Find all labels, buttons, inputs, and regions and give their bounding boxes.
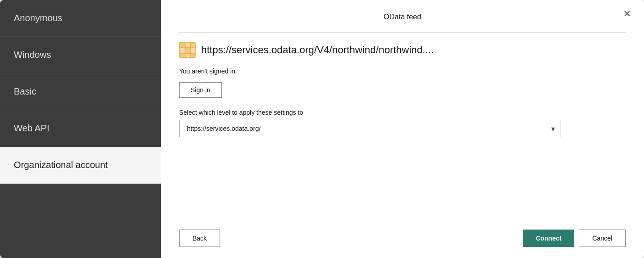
connect-button[interactable]: Connect [523, 230, 574, 247]
footer: Back Connect Cancel [179, 230, 626, 247]
odata-feed-dialog: Anonymous Windows Basic Web API Organiza… [0, 0, 644, 258]
sidebar-item-label: Basic [14, 86, 36, 96]
svg-rect-11 [191, 48, 195, 53]
sidebar-item-anonymous[interactable]: Anonymous [0, 0, 161, 37]
odata-table-icon [179, 42, 196, 58]
sidebar-item-basic[interactable]: Basic [0, 73, 161, 110]
sidebar-item-label: Web API [14, 123, 49, 133]
sidebar-item-windows[interactable]: Windows [0, 37, 161, 73]
cancel-button[interactable]: Cancel [579, 230, 626, 247]
url-row: https://services.odata.org/V4/northwind/… [179, 42, 626, 58]
svg-rect-6 [180, 43, 185, 47]
main-content: OData feed ✕ [161, 0, 644, 258]
sidebar-item-label: Anonymous [14, 13, 62, 23]
level-select[interactable]: https://services.odata.org/ https://serv… [179, 120, 560, 137]
sidebar: Anonymous Windows Basic Web API Organiza… [0, 0, 161, 258]
svg-rect-12 [180, 54, 185, 57]
footer-left: Back [179, 230, 220, 247]
footer-right: Connect Cancel [523, 230, 626, 247]
svg-rect-7 [186, 43, 190, 47]
svg-rect-10 [186, 48, 190, 53]
sidebar-item-org-account[interactable]: Organizational account [0, 147, 161, 184]
svg-rect-13 [186, 54, 190, 57]
dialog-title: OData feed [179, 13, 626, 21]
not-signed-in-text: You aren't signed in. [179, 67, 626, 75]
svg-rect-9 [180, 48, 185, 53]
sign-in-button[interactable]: Sign in [179, 82, 222, 98]
close-button[interactable]: ✕ [620, 7, 635, 20]
back-button[interactable]: Back [179, 230, 220, 247]
sidebar-item-label: Windows [14, 50, 51, 60]
svg-rect-8 [191, 43, 195, 47]
select-level-label: Select which level to apply these settin… [179, 109, 626, 116]
sidebar-item-label: Organizational account [14, 160, 108, 170]
feed-url: https://services.odata.org/V4/northwind/… [201, 44, 434, 56]
sidebar-item-webapi[interactable]: Web API [0, 110, 161, 147]
level-select-wrapper: https://services.odata.org/ https://serv… [179, 120, 560, 137]
svg-rect-14 [191, 54, 195, 57]
title-divider [179, 32, 626, 33]
